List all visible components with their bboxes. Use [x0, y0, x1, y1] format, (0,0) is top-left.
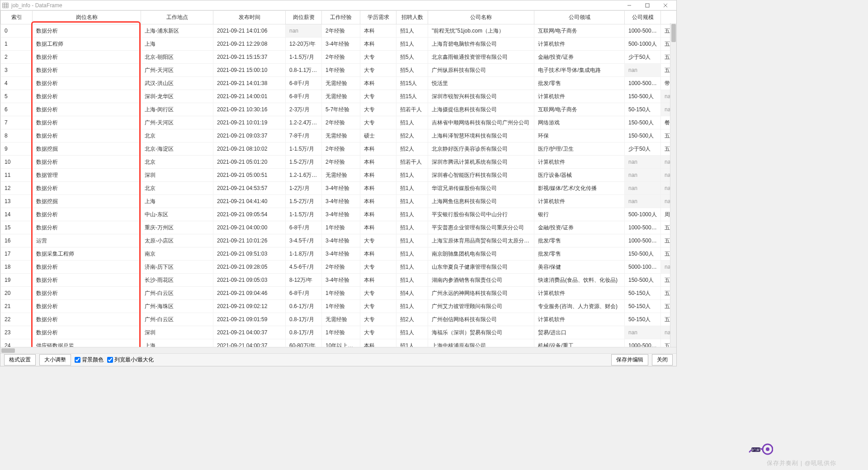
cell[interactable]: 上海摄提信息科技有限公司 [428, 103, 534, 116]
cell[interactable]: 150-500人 [625, 116, 661, 129]
cell[interactable]: 数据采集工程师 [33, 247, 141, 261]
cell[interactable]: 上海 [141, 339, 213, 347]
cell[interactable]: 150-500人 [625, 90, 661, 103]
col-header[interactable]: 学历需求 [360, 11, 396, 24]
cell[interactable]: 1000-5000人 [625, 221, 661, 234]
cell[interactable]: 上海-浦东新区 [141, 24, 213, 38]
cell[interactable]: 北京-海淀区 [141, 142, 213, 156]
cell[interactable]: 计算机软件 [534, 287, 625, 300]
cell[interactable]: 1.2-1.6万/月 [286, 169, 322, 182]
cell[interactable]: 6-8千/月 [286, 90, 322, 103]
cell[interactable]: 上海 [141, 38, 213, 51]
cell[interactable]: 2021-09-21 04:53:57 [213, 182, 286, 195]
cell[interactable]: 0.8-1万/月 [286, 326, 322, 339]
cell[interactable]: nan [625, 326, 661, 339]
cell[interactable]: 大专 [360, 103, 396, 116]
cell[interactable]: 数据分析 [33, 221, 141, 234]
table-row[interactable]: 2数据分析北京-朝阳区2021-09-21 15:15:371-1.5万/月2年… [1, 51, 677, 64]
format-button[interactable]: 格式设置 [4, 354, 36, 366]
cell[interactable]: 2021-09-21 14:01:38 [213, 77, 286, 90]
cell[interactable]: 20 [1, 287, 33, 300]
cell[interactable]: 2年经验 [322, 142, 360, 156]
close-button[interactable] [656, 0, 675, 10]
table-row[interactable]: 12数据分析北京2021-09-21 04:53:571-2万/月3-4年经验本… [1, 182, 677, 195]
cell[interactable]: 数据分析 [33, 326, 141, 339]
cell[interactable]: 招1人 [396, 247, 428, 261]
cell[interactable]: 招2人 [396, 142, 428, 156]
cell[interactable]: 6-8千/月 [286, 287, 322, 300]
cell[interactable]: 本科 [360, 195, 396, 208]
cell[interactable]: 南京朗驰集团机电有限公司 [428, 247, 534, 261]
cell[interactable]: 计算机软件 [534, 38, 625, 51]
cell[interactable]: 14 [1, 208, 33, 221]
cell[interactable]: 北京 [141, 156, 213, 169]
cell[interactable]: 2021-09-21 05:01:20 [213, 156, 286, 169]
cell[interactable]: 3-4年经验 [322, 274, 360, 287]
cell[interactable]: 2021-09-21 15:15:37 [213, 51, 286, 64]
cell[interactable]: 本科 [360, 38, 396, 51]
cell[interactable]: 招1人 [396, 169, 428, 182]
cell[interactable]: 银行 [534, 208, 625, 221]
cell[interactable]: 数据挖掘 [33, 195, 141, 208]
cell[interactable]: 招15人 [396, 90, 428, 103]
cell[interactable]: 招2人 [396, 129, 428, 142]
cell[interactable]: 1-1.5万/月 [286, 51, 322, 64]
cell[interactable]: 1年经验 [322, 300, 360, 313]
cell[interactable]: 3 [1, 64, 33, 77]
cell[interactable]: 7 [1, 116, 33, 129]
cell[interactable]: 电子技术/半导体/集成电路 [534, 64, 625, 77]
cell[interactable]: 数据工程师 [33, 38, 141, 51]
col-header[interactable]: 岗位名称 [33, 11, 141, 24]
cell[interactable]: 2021-09-21 12:29:08 [213, 38, 286, 51]
cell[interactable]: 招5人 [396, 64, 428, 77]
cell[interactable]: 1-2万/月 [286, 182, 322, 195]
cell[interactable]: 2021-09-21 14:01:06 [213, 24, 286, 38]
cell[interactable]: 本科 [360, 274, 396, 287]
cell[interactable]: 2年经验 [322, 51, 360, 64]
cell[interactable]: 深圳市腾讯计算机系统有限公司 [428, 156, 534, 169]
cell[interactable]: 无需经验 [322, 90, 360, 103]
cell[interactable]: 21 [1, 300, 33, 313]
cell[interactable]: 6-8千/月 [286, 221, 322, 234]
cell[interactable]: 专业服务(咨询、人力资源、财会) [534, 300, 625, 313]
col-header[interactable]: 工作经验 [322, 11, 360, 24]
cell[interactable]: 上海网鱼信息科技有限公司 [428, 195, 534, 208]
cell[interactable]: 平安普惠企业管理有限公司重庆分公司 [428, 221, 534, 234]
cell[interactable]: 计算机软件 [534, 156, 625, 169]
col-header[interactable]: 招聘人数 [396, 11, 428, 24]
cell[interactable]: 4.5-6千/月 [286, 261, 322, 274]
minimize-button[interactable] [620, 0, 638, 10]
cell[interactable]: 深圳睿心智能医疗科技有限公司 [428, 169, 534, 182]
cell[interactable]: 招1人 [396, 38, 428, 51]
col-header[interactable]: 公司名称 [428, 11, 534, 24]
cell[interactable]: 3-4年经验 [322, 38, 360, 51]
cell[interactable]: 数据分析 [33, 208, 141, 221]
cell[interactable]: 网络游戏 [534, 116, 625, 129]
cell[interactable]: 贸易/进出口 [534, 326, 625, 339]
table-row[interactable]: 19数据分析长沙-雨花区2021-09-21 09:05:038-12万/年3-… [1, 274, 677, 287]
cell[interactable]: 广州-天河区 [141, 64, 213, 77]
cell[interactable]: 2021-09-21 04:00:37 [213, 339, 286, 347]
table-row[interactable]: 17数据采集工程师南京2021-09-21 09:51:031-1.8万/月3-… [1, 247, 677, 261]
cell[interactable]: 本科 [360, 221, 396, 234]
cell[interactable]: 深圳-龙华区 [141, 90, 213, 103]
cell[interactable]: 南京 [141, 247, 213, 261]
cell[interactable]: 数据管理 [33, 169, 141, 182]
save-edit-button[interactable]: 保存并编辑 [611, 354, 648, 366]
table-row[interactable]: 4数据分析武汉-洪山区2021-09-21 14:01:386-8千/月无需经验… [1, 77, 677, 90]
cell[interactable]: 数据分析 [33, 116, 141, 129]
cell[interactable]: 2021-09-21 15:00:10 [213, 64, 286, 77]
cell[interactable]: 数据分析 [33, 24, 141, 38]
cell[interactable]: 0 [1, 24, 33, 38]
dataframe-table[interactable]: 索引 岗位名称 工作地点 发布时间 岗位薪资 工作经验 学历需求 招聘人数 公司… [0, 10, 676, 347]
cell[interactable]: 3-4年经验 [322, 208, 360, 221]
cell[interactable]: 广州纵原科技有限公司 [428, 64, 534, 77]
cell[interactable]: 2021-09-21 09:05:03 [213, 274, 286, 287]
col-header[interactable]: 公司领域 [534, 11, 625, 24]
cell[interactable]: 无需经验 [322, 169, 360, 182]
cell[interactable]: 广州-天河区 [141, 116, 213, 129]
cell[interactable]: 2021-09-21 09:02:12 [213, 300, 286, 313]
cell[interactable]: 2年经验 [322, 261, 360, 274]
cell[interactable]: 计算机软件 [534, 90, 625, 103]
cell[interactable]: 大专 [360, 90, 396, 103]
